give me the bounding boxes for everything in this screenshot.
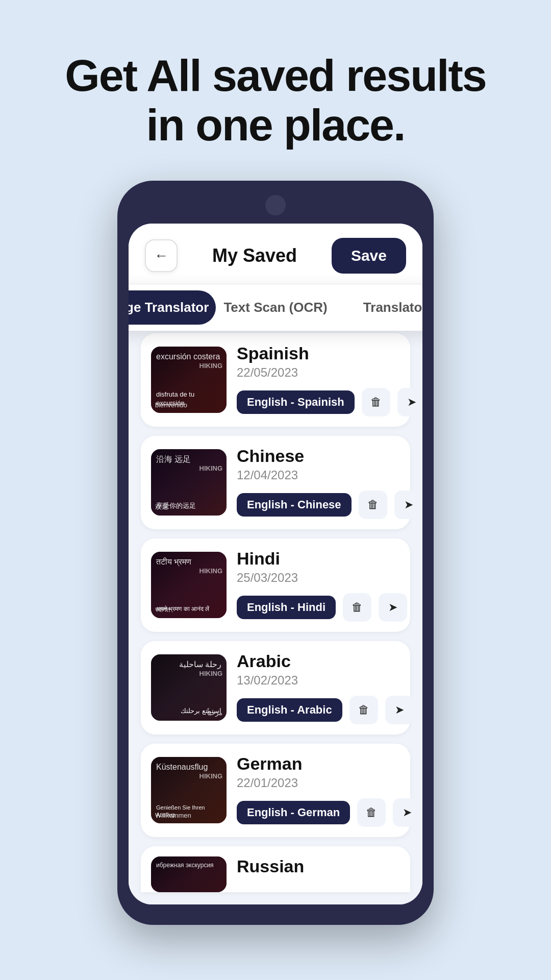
copy-button[interactable]: ❏ xyxy=(414,593,422,622)
list-item: 沿海 远足 享受你的远足 欢迎 HIKING Chinese 12/04/202… xyxy=(141,436,410,529)
hero-section: Get All saved results in one place. xyxy=(0,0,551,181)
page-title: My Saved xyxy=(212,245,297,266)
phone-screen: ← My Saved Save Image Translator Text Sc… xyxy=(129,224,422,904)
item-content: German 22/01/2023 English - German 🗑 ➤ ❏ xyxy=(237,754,400,827)
copy-button[interactable]: ❏ xyxy=(421,696,422,724)
thumb-text-bottom: bienvenido xyxy=(155,401,187,409)
item-date: 22/01/2023 xyxy=(237,776,400,790)
delete-button[interactable]: 🗑 xyxy=(359,491,387,519)
item-thumbnail: Küstenausflug Genießen Sie Ihren Ausflug… xyxy=(151,757,227,823)
share-button[interactable]: ➤ xyxy=(379,593,407,622)
item-content: Arabic 13/02/2023 English - Arabic 🗑 ➤ ❏ xyxy=(237,651,400,724)
share-button[interactable]: ➤ xyxy=(393,798,421,827)
thumb-text-bottom: स्वागत xyxy=(155,606,170,614)
delete-button[interactable]: 🗑 xyxy=(343,593,371,622)
item-language: Spainish xyxy=(237,344,400,363)
thumb-text-bottom: مرحباً xyxy=(207,709,222,717)
save-button[interactable]: Save xyxy=(332,238,406,274)
item-content: Hindi 25/03/2023 English - Hindi 🗑 ➤ ❏ xyxy=(237,549,400,622)
thumb-text-bottom: Willkommen xyxy=(155,812,191,819)
saved-list: excursión costera disfruta de tu excursi… xyxy=(129,325,422,904)
item-content: Russian xyxy=(237,856,400,878)
item-date: 12/04/2023 xyxy=(237,468,400,482)
share-button[interactable]: ➤ xyxy=(397,388,422,416)
tab-image-translator[interactable]: Image Translator xyxy=(129,290,216,325)
back-button[interactable]: ← xyxy=(145,239,178,272)
item-date: 25/03/2023 xyxy=(237,571,400,585)
item-content: Spainish 22/05/2023 English - Spainish 🗑… xyxy=(237,344,400,416)
thumb-text-top: तटीय भ्रमण xyxy=(156,557,221,568)
thumb-hiking: HIKING xyxy=(199,464,223,472)
item-actions: English - Hindi 🗑 ➤ ❏ xyxy=(237,593,400,622)
item-date: 13/02/2023 xyxy=(237,673,400,688)
delete-button[interactable]: 🗑 xyxy=(357,798,386,827)
lang-badge: English - Chinese xyxy=(237,493,352,517)
phone-notch xyxy=(265,195,286,215)
item-language: Hindi xyxy=(237,549,400,569)
item-thumbnail: तटीय भ्रमण अपने भ्रमण का आनंद लें स्वागत… xyxy=(151,552,227,618)
item-language: German xyxy=(237,754,400,774)
item-actions: English - Spainish 🗑 ➤ ❏ xyxy=(237,388,400,416)
hero-title: Get All saved results in one place. xyxy=(41,51,510,150)
list-item: excursión costera disfruta de tu excursi… xyxy=(141,333,410,427)
thumb-hiking: HIKING xyxy=(199,670,223,677)
thumb-text-top: 沿海 远足 xyxy=(156,454,221,465)
item-date: 22/05/2023 xyxy=(237,365,400,380)
item-thumbnail: excursión costera disfruta de tu excursi… xyxy=(151,347,227,413)
item-actions: English - Chinese 🗑 ➤ ❏ xyxy=(237,491,400,519)
item-actions: English - German 🗑 ➤ ❏ xyxy=(237,798,400,827)
thumb-text-top: رحلة ساحلية xyxy=(156,659,221,670)
list-item: رحلة ساحلية استمتع برحلتك مرحباً HIKING … xyxy=(141,641,410,734)
phone-frame: ← My Saved Save Image Translator Text Sc… xyxy=(117,181,434,925)
thumb-text-top: Küstenausflug xyxy=(156,762,221,773)
back-icon: ← xyxy=(154,248,168,264)
lang-badge: English - Arabic xyxy=(237,698,342,722)
item-thumbnail: 沿海 远足 享受你的远足 欢迎 HIKING xyxy=(151,449,227,516)
share-button[interactable]: ➤ xyxy=(394,491,422,519)
tab-bar-container: Image Translator Text Scan (OCR) Transla… xyxy=(129,284,422,325)
item-language: Chinese xyxy=(237,446,400,466)
list-item: तटीय भ्रमण अपने भ्रमण का आनंद लें स्वागत… xyxy=(141,538,410,632)
lang-badge: English - Spainish xyxy=(237,390,355,414)
list-item-partial: ибрежная экскурсия Russian xyxy=(141,846,410,892)
item-content: Chinese 12/04/2023 English - Chinese 🗑 ➤… xyxy=(237,446,400,519)
item-thumbnail: رحلة ساحلية استمتع برحلتك مرحباً HIKING xyxy=(151,654,227,721)
thumb-text-top: ибрежная экскурсия xyxy=(156,862,221,870)
share-button[interactable]: ➤ xyxy=(385,696,414,724)
screen-header: ← My Saved Save xyxy=(129,224,422,284)
tab-bar: Image Translator Text Scan (OCR) Transla… xyxy=(129,284,422,331)
item-actions: English - Arabic 🗑 ➤ ❏ xyxy=(237,696,400,724)
delete-button[interactable]: 🗑 xyxy=(362,388,390,416)
item-thumbnail: ибрежная экскурсия xyxy=(151,856,227,892)
lang-badge: English - German xyxy=(237,801,350,824)
item-language: Arabic xyxy=(237,651,400,671)
tab-text-scan[interactable]: Text Scan (OCR) xyxy=(216,290,336,325)
thumb-text-top: excursión costera xyxy=(156,352,221,362)
lang-badge: English - Hindi xyxy=(237,596,336,619)
thumb-hiking: HIKING xyxy=(199,772,223,780)
thumb-hiking: HIKING xyxy=(199,567,223,575)
thumb-hiking: HIKING xyxy=(199,362,223,370)
tab-translator[interactable]: Translator xyxy=(335,290,422,325)
item-language: Russian xyxy=(237,856,400,876)
list-item: Küstenausflug Genießen Sie Ihren Ausflug… xyxy=(141,744,410,837)
phone-wrapper: ← My Saved Save Image Translator Text Sc… xyxy=(0,181,551,955)
delete-button[interactable]: 🗑 xyxy=(349,696,378,724)
thumb-text-bottom: 欢迎 xyxy=(155,502,168,511)
